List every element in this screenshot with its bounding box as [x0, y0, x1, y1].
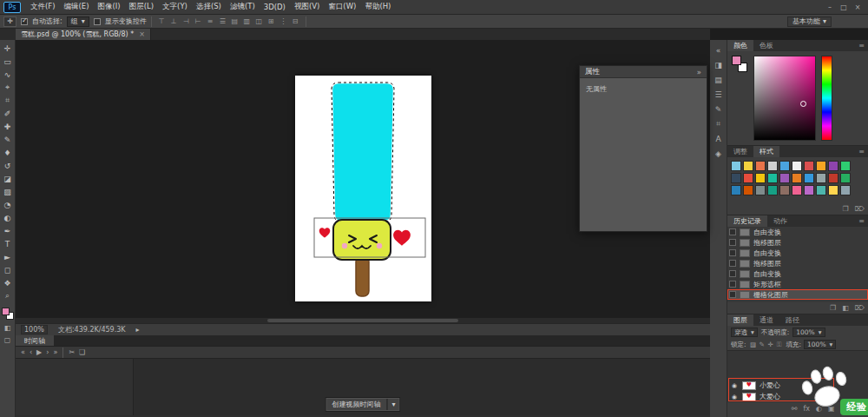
align-icon[interactable]: ⋮	[278, 17, 289, 27]
zoom-level-field[interactable]: 100%	[21, 325, 48, 334]
tab-channels[interactable]: 通道	[753, 314, 779, 326]
window-control[interactable]: –	[824, 3, 836, 11]
panel-footer-icon[interactable]: ⌦	[855, 304, 865, 312]
foreground-swatch[interactable]	[732, 56, 741, 65]
history-step[interactable]: 栅格化图层	[727, 289, 868, 300]
align-icon[interactable]: ⊤	[156, 17, 168, 27]
style-swatch[interactable]	[840, 185, 851, 195]
transport-button[interactable]: ›	[46, 348, 49, 356]
style-swatch[interactable]	[792, 161, 802, 171]
workspace-switcher[interactable]: 基本功能 ▾	[787, 17, 832, 27]
style-swatch[interactable]	[779, 161, 790, 171]
healing-brush-tool[interactable]: ✚	[1, 120, 15, 133]
lasso-tool[interactable]: ∿	[1, 68, 15, 81]
layers-footer-icon[interactable]: ⚯	[792, 405, 798, 413]
style-swatch[interactable]	[743, 173, 753, 183]
lock-icon[interactable]: ✎	[758, 341, 766, 349]
style-swatch[interactable]	[792, 173, 802, 183]
history-brush-tool[interactable]: ↺	[1, 159, 15, 172]
blur-tool[interactable]: ◔	[1, 198, 15, 211]
crop-tool[interactable]: ⌗	[1, 94, 15, 107]
menu-item[interactable]: 3D(D)	[260, 3, 290, 11]
shape-tool[interactable]: ◻	[1, 263, 15, 276]
current-tool-icon[interactable]: ✛	[3, 17, 16, 27]
transport-button[interactable]: «	[21, 348, 25, 356]
panel-footer-icon[interactable]: ❐	[843, 205, 849, 213]
close-icon[interactable]: ×	[139, 30, 145, 38]
artboard[interactable]	[295, 76, 431, 301]
panel-footer-icon[interactable]: ⌦	[855, 205, 865, 213]
chevron-down-icon[interactable]: ▾	[386, 399, 399, 410]
history-step[interactable]: 自由变换	[727, 268, 868, 279]
style-swatch[interactable]	[755, 161, 766, 171]
marquee-tool[interactable]: ▭	[1, 55, 15, 68]
style-swatch[interactable]	[804, 185, 814, 195]
tab-paths[interactable]: 路径	[779, 314, 806, 326]
tab-swatches[interactable]: 色板	[753, 40, 779, 51]
timeline-tool-icon[interactable]: ✂	[69, 348, 75, 356]
adjustments-panel-icon[interactable]: ☰	[711, 87, 727, 102]
toolbar-foreground-swatch[interactable]	[2, 308, 10, 315]
scrollbar-thumb[interactable]	[267, 319, 458, 322]
quick-select-tool[interactable]: ⌖	[1, 81, 15, 94]
menu-item[interactable]: 编辑(E)	[60, 2, 94, 12]
menu-item[interactable]: 选择(S)	[192, 2, 226, 12]
align-icon[interactable]: ◫	[253, 17, 265, 27]
info-panel-icon[interactable]: ⌗	[711, 116, 727, 131]
style-swatch[interactable]	[816, 185, 826, 195]
paragraph-panel-icon[interactable]: ◈	[711, 146, 727, 161]
style-swatch[interactable]	[731, 185, 741, 195]
history-step[interactable]: 拖移图层	[727, 258, 868, 268]
style-swatch[interactable]	[828, 185, 838, 195]
style-swatch[interactable]	[767, 173, 778, 183]
lock-icon[interactable]: ✛	[766, 341, 775, 349]
menu-item[interactable]: 图层(L)	[125, 2, 158, 12]
style-swatch[interactable]	[828, 173, 838, 183]
menu-item[interactable]: 帮助(H)	[360, 2, 395, 12]
style-swatch[interactable]	[779, 185, 790, 195]
tab-timeline[interactable]: 时间轴	[16, 335, 54, 346]
layers-footer-icon[interactable]: ▣	[828, 405, 835, 413]
history-brush-source[interactable]	[729, 270, 736, 277]
style-swatch[interactable]	[731, 161, 741, 171]
tab-adjustments[interactable]: 调整	[727, 146, 753, 157]
style-swatch[interactable]	[743, 185, 753, 195]
brush-panel-icon[interactable]: ✎	[711, 102, 727, 116]
style-swatch[interactable]	[816, 161, 826, 171]
lock-icon[interactable]: ▨	[749, 341, 758, 349]
history-brush-source[interactable]	[729, 281, 736, 288]
align-icon[interactable]: ⊢	[193, 17, 204, 27]
color-picker-cursor[interactable]	[800, 101, 806, 107]
panel-footer-icon[interactable]: ◧	[842, 304, 849, 312]
tab-history[interactable]: 历史记录	[727, 215, 767, 227]
character-panel-icon[interactable]: A	[711, 131, 727, 146]
align-icon[interactable]: ⊣	[181, 17, 192, 27]
auto-select-dropdown[interactable]: 组 ▾	[67, 17, 89, 27]
layers-footer-icon[interactable]: fx	[803, 405, 810, 413]
screen-mode-icon[interactable]: ▢	[4, 336, 11, 344]
style-swatch[interactable]	[731, 173, 741, 183]
align-icon[interactable]: ⊞	[266, 17, 277, 27]
style-swatch[interactable]	[755, 173, 766, 183]
auto-select-checkbox[interactable]	[21, 18, 28, 25]
style-swatch[interactable]	[804, 161, 814, 171]
style-swatch[interactable]	[792, 185, 802, 195]
history-step[interactable]: 拖移图层	[727, 237, 868, 248]
style-swatch[interactable]	[840, 173, 851, 183]
document-tab[interactable]: 雪糕.psd @ 100% (雪糕, RGB/8) * ×	[16, 29, 151, 40]
menu-item[interactable]: 视图(V)	[290, 2, 324, 12]
panel-footer-icon[interactable]: ❐	[830, 304, 836, 312]
style-swatch[interactable]	[743, 161, 753, 171]
collapse-panel-icon[interactable]: »	[697, 68, 701, 76]
pen-tool[interactable]: ✒	[1, 224, 15, 237]
panel-menu-icon[interactable]: ≡	[858, 42, 865, 50]
tab-layers[interactable]: 图层	[727, 314, 753, 326]
status-arrow-icon[interactable]: ▸	[136, 326, 140, 334]
brush-tool[interactable]: ✎	[1, 133, 15, 146]
show-transform-checkbox[interactable]	[94, 18, 101, 25]
history-brush-source[interactable]	[729, 239, 736, 246]
lock-icon[interactable]: ⚿	[775, 341, 784, 349]
style-swatch[interactable]	[840, 161, 851, 171]
create-video-timeline-button[interactable]: 创建视频时间轴 ▾	[325, 397, 400, 412]
timeline-tool-icon[interactable]: ❏	[79, 348, 85, 356]
